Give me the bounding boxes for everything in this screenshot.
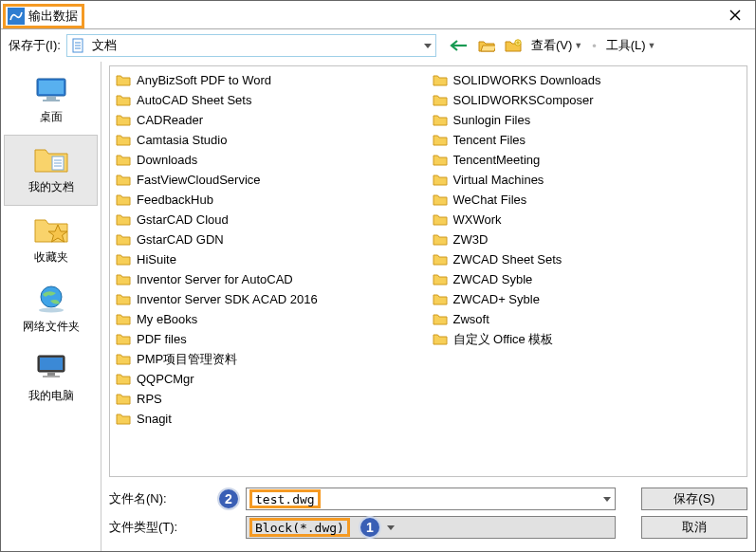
- filetype-label: 文件类型(T):: [109, 519, 212, 536]
- save-in-label: 保存于(I):: [9, 37, 61, 54]
- folder-icon: [116, 134, 131, 146]
- filename-input[interactable]: test.dwg: [246, 488, 616, 510]
- list-item[interactable]: Snagit: [112, 409, 429, 429]
- place-desktop[interactable]: 桌面: [1, 65, 101, 135]
- folder-icon: [116, 253, 131, 266]
- item-label: FastViewCloudService: [137, 173, 261, 187]
- list-item[interactable]: CADReader: [112, 110, 429, 130]
- new-folder-icon[interactable]: [505, 39, 522, 52]
- folder-icon: [433, 74, 448, 86]
- folder-icon: [116, 373, 131, 385]
- filename-highlight: test.dwg: [249, 489, 321, 508]
- chevron-down-icon: [603, 497, 611, 502]
- item-label: AutoCAD Sheet Sets: [137, 93, 251, 107]
- list-item[interactable]: HiSuite: [112, 249, 429, 269]
- cancel-button[interactable]: 取消: [641, 516, 747, 539]
- list-item[interactable]: AnyBizSoft PDF to Word: [112, 70, 429, 90]
- list-item[interactable]: ZWCAD+ Syble: [429, 289, 746, 309]
- list-item[interactable]: 自定义 Office 模板: [429, 329, 746, 349]
- list-item[interactable]: Inventor Server SDK ACAD 2016: [112, 289, 429, 309]
- list-item[interactable]: TencentMeeting: [429, 150, 746, 170]
- list-item[interactable]: WXWork: [429, 210, 746, 230]
- separator: •: [592, 39, 597, 53]
- list-item[interactable]: AutoCAD Sheet Sets: [112, 90, 429, 110]
- back-icon[interactable]: [450, 39, 469, 52]
- list-item[interactable]: Downloads: [112, 150, 429, 170]
- file-list-area[interactable]: AnyBizSoft PDF to WordAutoCAD Sheet Sets…: [109, 65, 747, 477]
- list-item[interactable]: SOLIDWORKS Downloads: [429, 70, 746, 90]
- list-item[interactable]: Camtasia Studio: [112, 130, 429, 150]
- list-item[interactable]: FastViewCloudService: [112, 170, 429, 190]
- list-item[interactable]: WeChat Files: [429, 190, 746, 210]
- list-item[interactable]: GstarCAD GDN: [112, 230, 429, 249]
- item-label: AnyBizSoft PDF to Word: [137, 73, 271, 87]
- place-fav[interactable]: 收藏夹: [1, 206, 101, 275]
- place-docs[interactable]: 我的文档: [4, 135, 98, 206]
- folder-icon: [116, 393, 131, 405]
- item-label: Virtual Machines: [453, 173, 544, 187]
- list-item[interactable]: Tencent Files: [429, 130, 746, 150]
- list-item[interactable]: ZW3D: [429, 230, 746, 249]
- folder-icon: [116, 114, 131, 126]
- window-title: 输出数据: [28, 8, 78, 25]
- list-item[interactable]: GstarCAD Cloud: [112, 210, 429, 230]
- filetype-dropdown[interactable]: Block(*.dwg) 1: [246, 516, 616, 539]
- list-item[interactable]: PMP项目管理资料: [112, 349, 429, 369]
- item-label: My eBooks: [137, 312, 197, 326]
- title-highlight: 输出数据: [3, 4, 84, 28]
- item-label: WXWork: [453, 212, 502, 227]
- list-item[interactable]: ZWCAD Syble: [429, 269, 746, 289]
- item-label: SOLIDWORKSComposer: [453, 93, 594, 107]
- list-item[interactable]: Virtual Machines: [429, 170, 746, 190]
- list-item[interactable]: Sunlogin Files: [429, 110, 746, 130]
- chevron-down-icon: [424, 44, 432, 48]
- location-dropdown[interactable]: 文档: [66, 34, 436, 57]
- chevron-down-icon: ▼: [648, 41, 656, 50]
- folder-icon: [116, 293, 131, 305]
- svg-point-20: [39, 308, 64, 313]
- filetype-value: Block(*.dwg): [255, 521, 344, 535]
- dialog-body: 桌面我的文档收藏夹网络文件夹我的电脑 AnyBizSoft PDF to Wor…: [1, 62, 755, 551]
- folder-icon: [116, 193, 131, 206]
- tools-menu[interactable]: 工具(L) ▼: [606, 37, 656, 54]
- item-label: Snagit: [137, 412, 172, 426]
- item-label: Tencent Files: [453, 133, 526, 147]
- item-label: ZWCAD+ Syble: [453, 292, 540, 306]
- place-pc[interactable]: 我的电脑: [1, 344, 101, 414]
- close-button[interactable]: [715, 1, 755, 29]
- list-item[interactable]: SOLIDWORKSComposer: [429, 90, 746, 110]
- item-label: GstarCAD GDN: [137, 232, 224, 247]
- list-item[interactable]: ZWCAD Sheet Sets: [429, 249, 746, 269]
- folder-icon: [433, 233, 448, 246]
- item-label: Camtasia Studio: [137, 133, 227, 147]
- desktop-icon: [31, 73, 71, 105]
- folder-icon: [433, 154, 448, 166]
- list-item[interactable]: Inventor Server for AutoCAD: [112, 269, 429, 289]
- item-label: ZW3D: [453, 232, 489, 247]
- item-label: HiSuite: [137, 252, 176, 267]
- place-net[interactable]: 网络文件夹: [1, 275, 101, 344]
- folder-icon: [433, 253, 448, 266]
- list-item[interactable]: PDF files: [112, 329, 429, 349]
- item-label: FeedbackHub: [137, 193, 213, 207]
- folder-icon: [116, 74, 131, 86]
- chevron-down-icon: ▼: [574, 41, 582, 50]
- item-label: 自定义 Office 模板: [453, 331, 554, 348]
- list-item[interactable]: QQPCMgr: [112, 369, 429, 389]
- save-button[interactable]: 保存(S): [641, 488, 747, 510]
- open-folder-icon[interactable]: [478, 39, 495, 52]
- list-item[interactable]: Zwsoft: [429, 309, 746, 329]
- svg-rect-24: [43, 376, 60, 377]
- list-item[interactable]: My eBooks: [112, 309, 429, 329]
- location-value: 文档: [92, 37, 117, 54]
- place-label: 网络文件夹: [23, 319, 80, 335]
- item-label: ZWCAD Sheet Sets: [453, 252, 562, 267]
- filetype-highlight: Block(*.dwg): [249, 518, 350, 537]
- view-menu[interactable]: 查看(V) ▼: [531, 37, 582, 54]
- folder-icon: [116, 273, 131, 285]
- folder-icon: [433, 134, 448, 146]
- item-label: CADReader: [137, 113, 203, 127]
- item-label: RPS: [137, 392, 162, 406]
- list-item[interactable]: RPS: [112, 389, 429, 409]
- list-item[interactable]: FeedbackHub: [112, 190, 429, 210]
